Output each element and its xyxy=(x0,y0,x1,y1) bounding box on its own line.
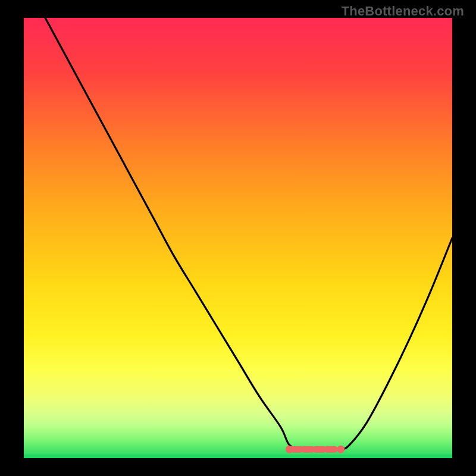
gradient-background xyxy=(24,18,452,458)
plateau-markers xyxy=(286,446,345,453)
green-baseline xyxy=(24,455,452,458)
chart-container: { "watermark": "TheBottleneck.com", "col… xyxy=(0,0,476,476)
watermark-text: TheBottleneck.com xyxy=(342,4,464,19)
plateau-end-dot xyxy=(337,446,345,453)
bottleneck-chart xyxy=(0,0,476,476)
